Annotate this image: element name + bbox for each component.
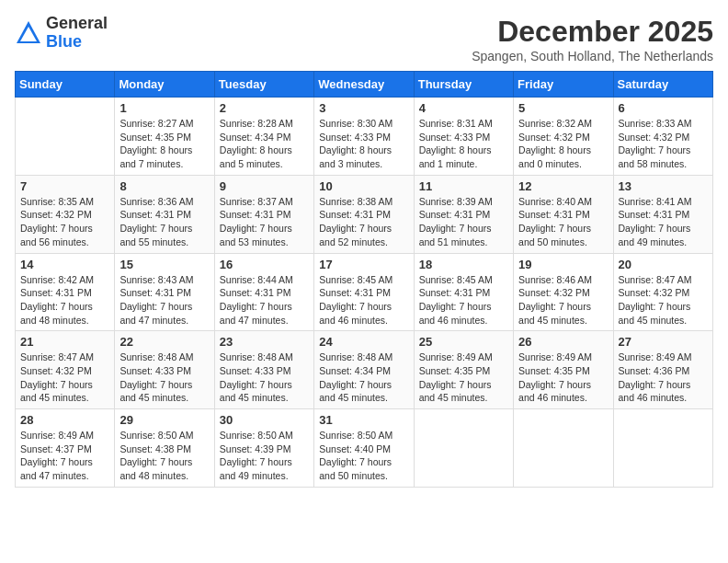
page-header: General Blue December 2025 Spangen, Sout… (15, 15, 713, 63)
calendar-cell: 23Sunrise: 8:48 AM Sunset: 4:33 PM Dayli… (214, 331, 313, 409)
day-info: Sunrise: 8:38 AM Sunset: 4:31 PM Dayligh… (319, 195, 408, 249)
calendar-cell: 30Sunrise: 8:50 AM Sunset: 4:39 PM Dayli… (214, 409, 313, 488)
day-number: 2 (220, 101, 309, 115)
day-number: 25 (419, 335, 508, 349)
calendar-cell: 10Sunrise: 8:38 AM Sunset: 4:31 PM Dayli… (314, 175, 414, 253)
day-info: Sunrise: 8:31 AM Sunset: 4:33 PM Dayligh… (419, 117, 508, 171)
day-info: Sunrise: 8:40 AM Sunset: 4:31 PM Dayligh… (518, 195, 608, 249)
day-info: Sunrise: 8:28 AM Sunset: 4:34 PM Dayligh… (220, 117, 309, 171)
weekday-header-saturday: Saturday (613, 72, 712, 98)
day-number: 21 (20, 335, 109, 349)
logo-general-text: General (46, 14, 108, 32)
calendar-cell: 25Sunrise: 8:49 AM Sunset: 4:35 PM Dayli… (414, 331, 513, 409)
calendar-week-4: 21Sunrise: 8:47 AM Sunset: 4:32 PM Dayli… (16, 331, 713, 409)
day-info: Sunrise: 8:49 AM Sunset: 4:35 PM Dayligh… (419, 350, 508, 405)
day-info: Sunrise: 8:50 AM Sunset: 4:40 PM Dayligh… (319, 429, 408, 483)
day-info: Sunrise: 8:43 AM Sunset: 4:31 PM Dayligh… (119, 273, 209, 327)
calendar-header-row: SundayMondayTuesdayWednesdayThursdayFrid… (16, 72, 713, 98)
calendar-cell (16, 98, 115, 176)
day-number: 19 (518, 258, 608, 271)
day-number: 18 (419, 258, 508, 271)
weekday-header-tuesday: Tuesday (214, 72, 313, 98)
calendar-cell: 3Sunrise: 8:30 AM Sunset: 4:33 PM Daylig… (314, 98, 414, 176)
weekday-header-sunday: Sunday (16, 72, 115, 98)
day-number: 28 (20, 413, 109, 427)
calendar-table: SundayMondayTuesdayWednesdayThursdayFrid… (15, 71, 713, 488)
day-number: 22 (119, 335, 209, 349)
day-info: Sunrise: 8:47 AM Sunset: 4:32 PM Dayligh… (619, 273, 708, 327)
weekday-header-thursday: Thursday (414, 72, 513, 98)
logo-blue-text: Blue (46, 32, 82, 51)
day-number: 5 (518, 101, 608, 115)
day-number: 17 (319, 258, 408, 271)
day-number: 27 (619, 335, 708, 349)
calendar-cell: 13Sunrise: 8:41 AM Sunset: 4:31 PM Dayli… (613, 175, 712, 253)
day-info: Sunrise: 8:32 AM Sunset: 4:32 PM Dayligh… (518, 117, 608, 171)
day-number: 14 (20, 258, 109, 271)
day-number: 29 (119, 413, 209, 427)
calendar-cell: 15Sunrise: 8:43 AM Sunset: 4:31 PM Dayli… (115, 253, 214, 331)
day-info: Sunrise: 8:46 AM Sunset: 4:32 PM Dayligh… (518, 273, 608, 327)
calendar-cell: 22Sunrise: 8:48 AM Sunset: 4:33 PM Dayli… (115, 331, 214, 409)
calendar-cell: 20Sunrise: 8:47 AM Sunset: 4:32 PM Dayli… (613, 253, 712, 331)
day-info: Sunrise: 8:45 AM Sunset: 4:31 PM Dayligh… (419, 273, 508, 327)
calendar-week-2: 7Sunrise: 8:35 AM Sunset: 4:32 PM Daylig… (16, 175, 713, 253)
day-number: 9 (220, 179, 309, 193)
calendar-cell (514, 409, 613, 488)
calendar-cell: 21Sunrise: 8:47 AM Sunset: 4:32 PM Dayli… (16, 331, 115, 409)
calendar-cell: 14Sunrise: 8:42 AM Sunset: 4:31 PM Dayli… (16, 253, 115, 331)
day-info: Sunrise: 8:36 AM Sunset: 4:31 PM Dayligh… (119, 195, 209, 249)
title-area: December 2025 Spangen, South Holland, Th… (472, 15, 713, 63)
calendar-week-3: 14Sunrise: 8:42 AM Sunset: 4:31 PM Dayli… (16, 253, 713, 331)
calendar-cell: 28Sunrise: 8:49 AM Sunset: 4:37 PM Dayli… (16, 409, 115, 488)
calendar-cell: 16Sunrise: 8:44 AM Sunset: 4:31 PM Dayli… (214, 253, 313, 331)
day-number: 7 (20, 179, 109, 193)
day-info: Sunrise: 8:30 AM Sunset: 4:33 PM Dayligh… (319, 117, 408, 171)
day-info: Sunrise: 8:35 AM Sunset: 4:32 PM Dayligh… (20, 195, 109, 249)
calendar-cell: 1Sunrise: 8:27 AM Sunset: 4:35 PM Daylig… (115, 98, 214, 176)
month-title: December 2025 (472, 15, 713, 49)
calendar-cell: 6Sunrise: 8:33 AM Sunset: 4:32 PM Daylig… (613, 98, 712, 176)
day-number: 4 (419, 101, 508, 115)
day-number: 11 (419, 179, 508, 193)
calendar-cell: 2Sunrise: 8:28 AM Sunset: 4:34 PM Daylig… (214, 98, 313, 176)
calendar-cell: 11Sunrise: 8:39 AM Sunset: 4:31 PM Dayli… (414, 175, 513, 253)
day-info: Sunrise: 8:50 AM Sunset: 4:38 PM Dayligh… (119, 429, 209, 483)
calendar-cell: 12Sunrise: 8:40 AM Sunset: 4:31 PM Dayli… (514, 175, 613, 253)
day-info: Sunrise: 8:49 AM Sunset: 4:35 PM Dayligh… (518, 350, 608, 405)
day-number: 16 (220, 258, 309, 271)
day-number: 31 (319, 413, 408, 427)
weekday-header-wednesday: Wednesday (314, 72, 414, 98)
calendar-cell: 31Sunrise: 8:50 AM Sunset: 4:40 PM Dayli… (314, 409, 414, 488)
day-number: 26 (518, 335, 608, 349)
day-info: Sunrise: 8:27 AM Sunset: 4:35 PM Dayligh… (119, 117, 209, 171)
day-info: Sunrise: 8:50 AM Sunset: 4:39 PM Dayligh… (220, 429, 309, 483)
calendar-cell: 18Sunrise: 8:45 AM Sunset: 4:31 PM Dayli… (414, 253, 513, 331)
day-number: 30 (220, 413, 309, 427)
calendar-cell: 8Sunrise: 8:36 AM Sunset: 4:31 PM Daylig… (115, 175, 214, 253)
calendar-cell: 27Sunrise: 8:49 AM Sunset: 4:36 PM Dayli… (613, 331, 712, 409)
day-number: 3 (319, 101, 408, 115)
day-number: 15 (119, 258, 209, 271)
day-info: Sunrise: 8:49 AM Sunset: 4:37 PM Dayligh… (20, 429, 109, 483)
day-info: Sunrise: 8:45 AM Sunset: 4:31 PM Dayligh… (319, 273, 408, 327)
logo-text: General Blue (46, 15, 108, 52)
calendar-cell: 7Sunrise: 8:35 AM Sunset: 4:32 PM Daylig… (16, 175, 115, 253)
calendar-cell: 19Sunrise: 8:46 AM Sunset: 4:32 PM Dayli… (514, 253, 613, 331)
calendar-cell: 4Sunrise: 8:31 AM Sunset: 4:33 PM Daylig… (414, 98, 513, 176)
day-number: 10 (319, 179, 408, 193)
day-number: 1 (119, 101, 209, 115)
day-info: Sunrise: 8:48 AM Sunset: 4:34 PM Dayligh… (319, 350, 408, 405)
calendar-cell: 5Sunrise: 8:32 AM Sunset: 4:32 PM Daylig… (514, 98, 613, 176)
day-info: Sunrise: 8:41 AM Sunset: 4:31 PM Dayligh… (619, 195, 708, 249)
day-info: Sunrise: 8:44 AM Sunset: 4:31 PM Dayligh… (220, 273, 309, 327)
calendar-week-5: 28Sunrise: 8:49 AM Sunset: 4:37 PM Dayli… (16, 409, 713, 488)
day-info: Sunrise: 8:48 AM Sunset: 4:33 PM Dayligh… (119, 350, 209, 405)
location-title: Spangen, South Holland, The Netherlands (472, 49, 713, 63)
calendar-cell: 17Sunrise: 8:45 AM Sunset: 4:31 PM Dayli… (314, 253, 414, 331)
day-info: Sunrise: 8:39 AM Sunset: 4:31 PM Dayligh… (419, 195, 508, 249)
calendar-cell: 24Sunrise: 8:48 AM Sunset: 4:34 PM Dayli… (314, 331, 414, 409)
day-info: Sunrise: 8:33 AM Sunset: 4:32 PM Dayligh… (619, 117, 708, 171)
calendar-week-1: 1Sunrise: 8:27 AM Sunset: 4:35 PM Daylig… (16, 98, 713, 176)
day-info: Sunrise: 8:37 AM Sunset: 4:31 PM Dayligh… (220, 195, 309, 249)
